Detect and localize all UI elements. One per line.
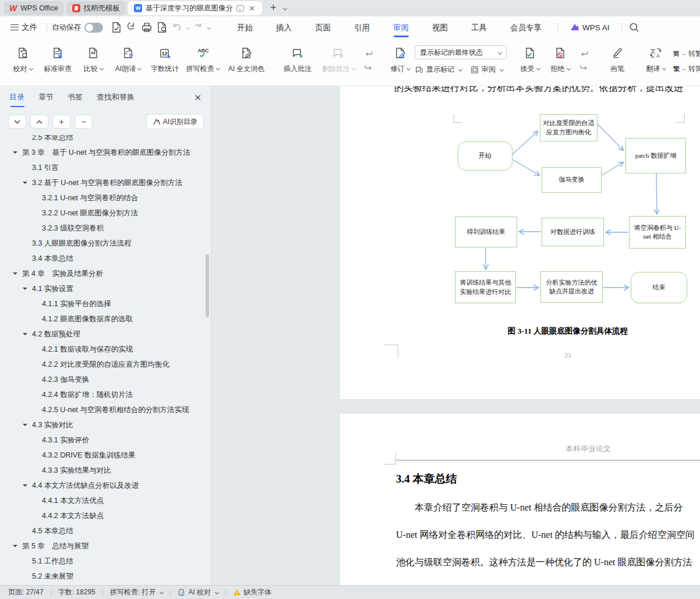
toc-item[interactable]: 4.1 实验设置 — [0, 281, 205, 296]
toc-item[interactable]: 4.3.1 实验评价 — [0, 433, 205, 448]
menu-tab[interactable]: 引用 — [354, 17, 370, 37]
to-traditional-button[interactable]: 简→ 转繁 — [673, 49, 700, 59]
menu-tab[interactable]: 插入 — [276, 17, 292, 37]
show-markup-button[interactable]: 显示标记 — [415, 65, 462, 75]
toc-item[interactable]: 3.2.1 U-net 与空洞卷积的结合 — [0, 190, 205, 205]
ai-polish-button[interactable]: AI 全文润色 — [222, 41, 270, 81]
toc-item[interactable]: 4.2.1 数据读取与保存的实现 — [0, 342, 205, 357]
toc-item[interactable]: 第 3 章 基于 U-net 与空洞卷积的眼底图像分割方法 — [0, 145, 205, 160]
ink-brush-button[interactable]: 画笔 — [601, 41, 634, 81]
toc-expand-caret-icon[interactable] — [23, 424, 27, 428]
toc-item[interactable]: 3.2 基于 U-net 与空洞卷积的眼底图像分割方法 — [0, 175, 205, 190]
track-changes-button[interactable]: 修订 — [386, 41, 415, 81]
menu-tab[interactable]: 会员专享 — [510, 17, 542, 37]
toc-expand-caret-icon[interactable] — [23, 484, 27, 489]
zoom-in-outline-button[interactable]: + — [52, 115, 70, 129]
menu-tab[interactable]: 视图 — [432, 17, 448, 37]
expand-all-button[interactable] — [8, 115, 26, 129]
toc-item[interactable]: 4.2 数据预处理 — [0, 327, 205, 342]
tab-list-chevron-icon[interactable] — [282, 6, 287, 10]
close-sidebar-icon[interactable]: ✕ — [194, 93, 201, 102]
toc-item[interactable]: 4.3.3 实验结果与对比 — [0, 463, 205, 478]
print-preview-button[interactable] — [155, 20, 169, 34]
toc-expand-caret-icon[interactable] — [23, 333, 27, 338]
toc-item[interactable]: 4.2.2 对比度受限的自适应直方图均衡化 — [0, 357, 205, 372]
redo-chevron-icon[interactable] — [207, 25, 211, 29]
toc-item[interactable]: 3.2.3 级联空洞卷积 — [0, 221, 205, 236]
translate-button[interactable]: 文A 翻译 — [642, 41, 670, 81]
menu-tab[interactable]: 页面 — [315, 17, 331, 37]
search-icon[interactable] — [627, 20, 641, 34]
menu-tab[interactable]: 开始 — [237, 17, 253, 37]
document-page-24[interactable]: 本科毕业论文 3.4 本章总结 本章介绍了空洞卷积与 U-net 相结合的眼底图… — [340, 413, 700, 585]
tab-document[interactable]: W 基于深度学习的眼底图像分割 ✕ — [128, 1, 262, 15]
delete-comment-button[interactable]: 删除批注 — [317, 41, 360, 81]
toc-expand-caret-icon[interactable] — [13, 545, 17, 550]
proofread-button[interactable]: 校对 — [7, 41, 38, 81]
accept-revision-button[interactable]: 接受 — [515, 41, 545, 81]
sidebar-tab[interactable]: 章节 — [38, 92, 54, 107]
toc-expand-caret-icon[interactable] — [23, 182, 27, 186]
compare-button[interactable]: 比较 — [77, 41, 109, 81]
toc-item[interactable]: 3.2.2 U-net 眼底图像分割方法 — [0, 205, 205, 221]
output-button[interactable] — [125, 20, 139, 34]
tab-wps-office[interactable]: W WPS Office — [3, 1, 64, 15]
spell-check-button[interactable]: ABC 拼写检查 — [183, 41, 222, 81]
sidebar-scrollbar-thumb[interactable] — [206, 254, 209, 317]
autosave-toggle[interactable] — [84, 23, 103, 33]
undo-chevron-icon[interactable] — [186, 25, 190, 29]
insert-comment-button[interactable]: 插入批注 — [278, 41, 317, 81]
toc-item[interactable]: 4.2.5 U-net 与空洞卷积相结合的分割方法实现 — [0, 402, 205, 417]
menu-tab[interactable]: 审阅 — [393, 17, 409, 37]
word-count-button[interactable]: 12 字数统计 — [147, 41, 183, 81]
close-tab-icon[interactable]: ✕ — [248, 5, 256, 12]
toc-item[interactable]: 4.5 本章总结 — [0, 523, 205, 538]
zoom-out-outline-button[interactable]: − — [75, 115, 93, 129]
redo-button[interactable] — [190, 20, 204, 34]
toc-item[interactable]: 5.2 未来展望 — [0, 569, 205, 584]
missing-font-warning[interactable]: 缺失字体 — [233, 587, 271, 597]
toc-expand-caret-icon[interactable] — [13, 272, 17, 277]
toc-item[interactable]: 3.1 引言 — [0, 160, 205, 175]
menu-tab[interactable]: 工具 — [471, 17, 487, 37]
spell-check-status[interactable]: 拼写检查: 打开 — [110, 587, 164, 597]
toc-item[interactable]: 4.4.2 本文方法缺点 — [0, 508, 205, 523]
page-indicator[interactable]: 页面: 27/47 — [8, 587, 44, 597]
tab-docer-template[interactable]: 找稻壳模板 — [66, 1, 126, 15]
word-count-indicator[interactable]: 字数: 18295 — [58, 587, 96, 597]
toc-item[interactable]: 4.4 本文方法优缺点分析以及改进 — [0, 478, 205, 493]
sidebar-tab[interactable]: 目录 — [9, 92, 24, 107]
ai-proofread-status[interactable]: AI 校对 — [178, 587, 218, 597]
sidebar-tab[interactable]: 书签 — [68, 92, 83, 107]
toc-expand-caret-icon[interactable] — [13, 151, 17, 156]
review-pane-button[interactable]: 审阅 — [470, 65, 503, 75]
toc-item[interactable]: 4.2.4 数据扩增：随机切片法 — [0, 387, 205, 402]
standard-review-button[interactable]: 标准审查 — [38, 41, 77, 81]
toc-item[interactable]: 第 5 章 总结与展望 — [0, 538, 205, 554]
wps-ai-button[interactable]: WPS AI — [563, 23, 617, 32]
undo-button[interactable] — [170, 20, 184, 34]
toc-item[interactable]: 4.4.1 本文方法优点 — [0, 493, 205, 508]
to-simplified-button[interactable]: 繁→ 转简 — [673, 64, 700, 74]
reader-mode-icon[interactable] — [236, 5, 244, 12]
markup-state-dropdown[interactable]: 显示标记的最终状态 — [415, 45, 507, 59]
document-page-23[interactable]: 的实验结果进行对比，分析出本实验方案的优势。依据分析，提出改进 — [340, 86, 700, 399]
collapse-all-button[interactable] — [30, 115, 48, 129]
previous-revision-button[interactable] — [578, 49, 591, 59]
toc-item[interactable]: 3.4 本章总结 — [0, 251, 205, 266]
toc-item[interactable]: 2.5 本章总结 — [0, 135, 205, 145]
previous-comment-button[interactable] — [362, 49, 375, 59]
toc-item[interactable]: 5.1 工作总结 — [0, 554, 205, 569]
toc-item[interactable]: 第 4 章 实验及结果分析 — [0, 266, 205, 281]
toc-item[interactable]: 4.2.3 伽马变换 — [0, 372, 205, 387]
toc-item[interactable]: 3.3 人眼眼底图像分割方法流程 — [0, 236, 205, 251]
reject-revision-button[interactable]: 拒绝 — [545, 41, 575, 81]
toc-item[interactable]: 4.3.2 DRIVE 数据集训练结果 — [0, 448, 205, 463]
ai-recognize-toc-button[interactable]: AI识别目录 — [146, 114, 204, 129]
save-button[interactable] — [109, 20, 123, 34]
next-revision-button[interactable] — [578, 63, 591, 73]
next-comment-button[interactable] — [362, 63, 375, 73]
ai-read-aloud-button[interactable]: AI朗读 — [109, 41, 147, 81]
toc-item[interactable]: 4.3 实验对比 — [0, 417, 205, 433]
sidebar-tab[interactable]: 查找和替换 — [97, 92, 135, 107]
